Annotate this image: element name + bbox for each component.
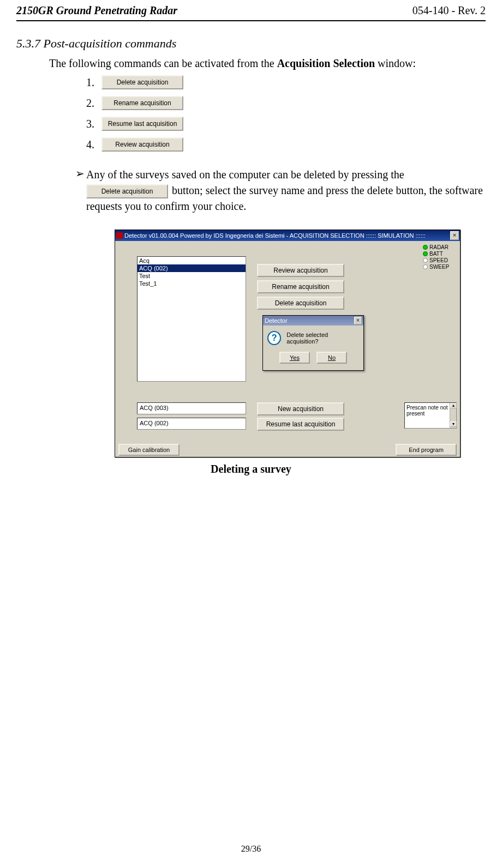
- bullet-paragraph: ➢ Any of the surveys saved on the comput…: [75, 167, 486, 214]
- list-item: 2.Rename acquisition: [86, 96, 486, 110]
- list-number: 2.: [86, 97, 101, 110]
- led-off-icon: [423, 264, 428, 269]
- figure-caption: Deleting a survey: [16, 463, 486, 475]
- dialog-question: Delete selected acquisition?: [286, 331, 359, 345]
- delete-acquisition-button-inline[interactable]: Delete acquisition: [86, 184, 168, 198]
- intro-pre: The following commands can be activated …: [49, 57, 277, 69]
- dialog-buttons: Yes No: [267, 352, 359, 364]
- scrollbar[interactable]: ▲ ▼: [450, 403, 456, 428]
- scroll-down-button[interactable]: ▼: [450, 421, 457, 427]
- acquisition-listbox[interactable]: Acq ACQ (002) Test Test_1: [137, 256, 246, 382]
- question-icon: ?: [267, 331, 281, 345]
- status-label: RADAR: [429, 244, 449, 250]
- list-item[interactable]: Test_1: [138, 280, 246, 287]
- last-acquisition-name-input[interactable]: ACQ (002): [137, 418, 246, 430]
- bullet-icon: ➢: [75, 167, 86, 214]
- rename-acquisition-button[interactable]: Rename acquisition: [101, 96, 183, 110]
- header-left: 2150GR Ground Penetrating Radar: [16, 4, 177, 17]
- resume-last-acquisition-button[interactable]: Resume last acquisition: [101, 117, 183, 131]
- intro-bold: Acquisition Selection: [277, 57, 375, 69]
- status-panel: RADAR BATT SPEED SWEEP: [423, 244, 457, 270]
- led-on-icon: [423, 251, 428, 256]
- delete-acquisition-button[interactable]: Delete acquisition: [257, 297, 344, 310]
- scroll-up-button[interactable]: ▲: [450, 403, 457, 408]
- status-label: SWEEP: [429, 264, 449, 270]
- yes-label: Yes: [290, 354, 300, 361]
- command-list: 1.Delete acquisition 2.Rename acquisitio…: [86, 75, 486, 152]
- list-item: 1.Delete acquisition: [86, 75, 486, 89]
- review-acquisition-button[interactable]: Review acquisition: [257, 264, 344, 277]
- list-item-selected[interactable]: ACQ (002): [138, 264, 246, 272]
- titlebar: Detector v01.00.004 Powered by IDS Ingeg…: [115, 230, 460, 241]
- dialog-body: ? Delete selected acquisition? Yes No: [263, 326, 363, 370]
- gain-calibration-button[interactable]: Gain calibration: [118, 444, 180, 456]
- review-acquisition-button[interactable]: Review acquisition: [101, 137, 183, 152]
- rename-acquisition-button[interactable]: Rename acquisition: [257, 280, 344, 293]
- prescan-note-text: Prescan note not present: [407, 405, 455, 417]
- intro-post: window:: [375, 57, 416, 69]
- window-close-button[interactable]: ×: [450, 231, 459, 240]
- list-number: 4.: [86, 138, 101, 151]
- screenshot-figure: Detector v01.00.004 Powered by IDS Ingeg…: [115, 230, 486, 457]
- new-acquisition-name-input[interactable]: ACQ (003): [137, 402, 246, 414]
- bullet-body: Any of the surveys saved on the computer…: [86, 167, 486, 214]
- header-rule: [16, 20, 486, 21]
- status-row-radar: RADAR: [423, 244, 457, 250]
- list-number: 1.: [86, 76, 101, 89]
- dialog-close-button[interactable]: ×: [354, 317, 362, 324]
- status-row-sweep: SWEEP: [423, 264, 457, 270]
- list-item: 3.Resume last acquisition: [86, 117, 486, 131]
- list-item[interactable]: Test: [138, 272, 246, 280]
- new-acquisition-button[interactable]: New acquisition: [257, 402, 344, 415]
- bullet-line1: Any of the surveys saved on the computer…: [86, 168, 404, 180]
- confirm-dialog: Detector × ? Delete selected acquisition…: [262, 315, 364, 371]
- window-body: Acq ACQ (002) Test Test_1 Review acquisi…: [115, 241, 460, 458]
- resume-last-acquisition-button[interactable]: Resume last acquisition: [257, 418, 344, 431]
- no-label: No: [328, 354, 336, 361]
- titlebar-text: Detector v01.00.004 Powered by IDS Ingeg…: [124, 232, 426, 239]
- titlebar-left: Detector v01.00.004 Powered by IDS Ingeg…: [116, 232, 426, 239]
- dialog-titlebar: Detector ×: [263, 316, 363, 326]
- header-right: 054-140 - Rev. 2: [413, 4, 486, 17]
- status-label: BATT: [429, 251, 443, 257]
- list-item[interactable]: Acq: [138, 257, 246, 264]
- dialog-title: Detector: [265, 317, 288, 324]
- end-program-button[interactable]: End program: [396, 444, 457, 456]
- list-item: 4.Review acquisition: [86, 137, 486, 152]
- delete-acquisition-button[interactable]: Delete acquisition: [101, 75, 183, 89]
- status-label: SPEED: [429, 257, 448, 263]
- status-row-batt: BATT: [423, 251, 457, 257]
- page-footer: 29/36: [0, 844, 502, 854]
- no-button[interactable]: No: [316, 352, 347, 364]
- led-off-icon: [423, 258, 428, 263]
- yes-button[interactable]: Yes: [279, 352, 310, 364]
- prescan-note-box: Prescan note not present ▲ ▼: [404, 402, 457, 429]
- page-header: 2150GR Ground Penetrating Radar 054-140 …: [16, 4, 486, 19]
- application-window: Detector v01.00.004 Powered by IDS Ingeg…: [115, 230, 461, 457]
- section-title: 5.3.7 Post-acquisition commands: [16, 37, 486, 51]
- status-row-speed: SPEED: [423, 257, 457, 263]
- dialog-content-row: ? Delete selected acquisition?: [267, 331, 359, 345]
- app-icon: [116, 232, 123, 239]
- led-on-icon: [423, 245, 428, 250]
- intro-paragraph: The following commands can be activated …: [49, 56, 486, 71]
- list-number: 3.: [86, 118, 101, 130]
